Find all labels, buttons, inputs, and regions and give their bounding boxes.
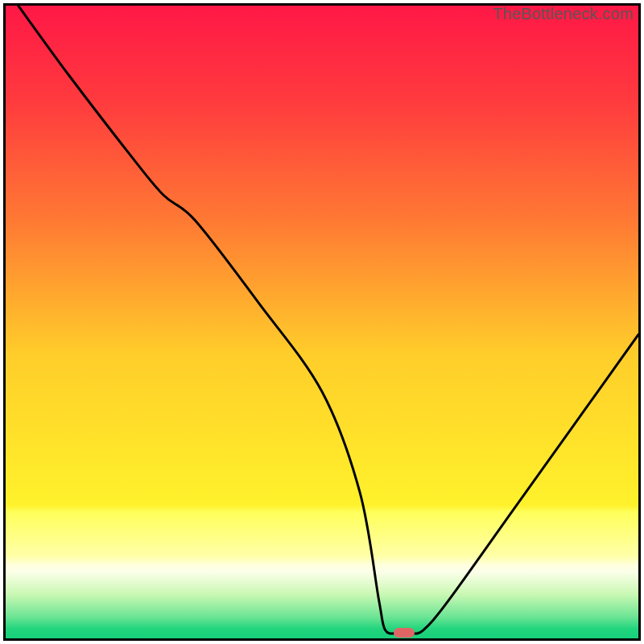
watermark-label: TheBottleneck.com	[493, 5, 634, 23]
bottleneck-marker	[394, 628, 415, 638]
chart-frame: TheBottleneck.com	[3, 3, 641, 641]
curve-path	[19, 6, 638, 634]
chart-curve	[6, 6, 638, 638]
